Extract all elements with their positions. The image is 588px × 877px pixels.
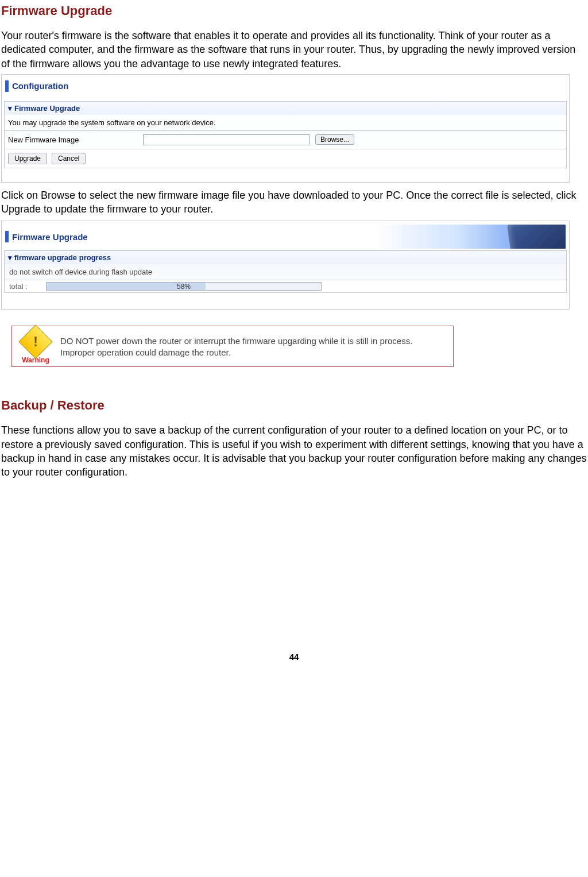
- warning-icon-cell: Warning: [16, 330, 56, 364]
- panel-title-text: Configuration: [12, 81, 68, 91]
- panel-subheader-text: Firmware Upgrade: [14, 104, 80, 113]
- firmware-image-row: New Firmware Image Browse...: [4, 131, 567, 149]
- panel-marker-icon: [5, 80, 9, 92]
- panel-title-bar: Configuration: [4, 77, 567, 95]
- heading-backup-restore: Backup / Restore: [1, 398, 587, 413]
- progress-title-text: Firmware Upgrade: [12, 232, 88, 242]
- progress-percent: 58%: [47, 283, 321, 290]
- cancel-button[interactable]: Cancel: [52, 153, 86, 164]
- progress-banner: Firmware Upgrade: [4, 223, 567, 250]
- browse-button[interactable]: Browse...: [315, 134, 354, 145]
- device-art-icon: [507, 225, 566, 249]
- firmware-image-label: New Firmware Image: [8, 136, 137, 144]
- panel-marker-icon: [5, 231, 9, 242]
- caret-down-icon: ▾: [8, 104, 12, 113]
- configuration-panel: Configuration ▾Firmware Upgrade You may …: [1, 74, 570, 183]
- progress-subheader: ▾firmware upgrade progress: [4, 250, 567, 264]
- progress-bar: 58%: [46, 282, 322, 291]
- progress-row: total : 58%: [4, 280, 567, 293]
- progress-panel: Firmware Upgrade ▾firmware upgrade progr…: [1, 221, 570, 310]
- panel-subheader: ▾Firmware Upgrade: [4, 101, 567, 115]
- heading-firmware-upgrade: Firmware Upgrade: [1, 3, 587, 18]
- flash-warning-row: do not switch off device during flash up…: [4, 264, 567, 280]
- page-number: 44: [1, 652, 587, 662]
- banner-art: [376, 225, 566, 249]
- panel-description-row: You may upgrade the system software on y…: [4, 115, 567, 131]
- warning-text: DO NOT power down the router or interrup…: [56, 335, 447, 359]
- warning-box: Warning DO NOT power down the router or …: [11, 326, 454, 367]
- intro-paragraph-1: Your router's firmware is the software t…: [1, 29, 587, 71]
- intro-paragraph-2: These functions allow you to save a back…: [1, 423, 587, 479]
- panel-actions: Upgrade Cancel: [4, 149, 567, 168]
- mid-paragraph: Click on Browse to select the new firmwa…: [1, 188, 587, 217]
- upgrade-button[interactable]: Upgrade: [8, 153, 47, 164]
- warning-diamond-icon: [18, 325, 52, 359]
- progress-subheader-text: firmware upgrade progress: [14, 253, 111, 262]
- firmware-image-input[interactable]: [143, 134, 310, 145]
- caret-down-icon: ▾: [8, 253, 12, 262]
- progress-total-label: total :: [9, 282, 46, 291]
